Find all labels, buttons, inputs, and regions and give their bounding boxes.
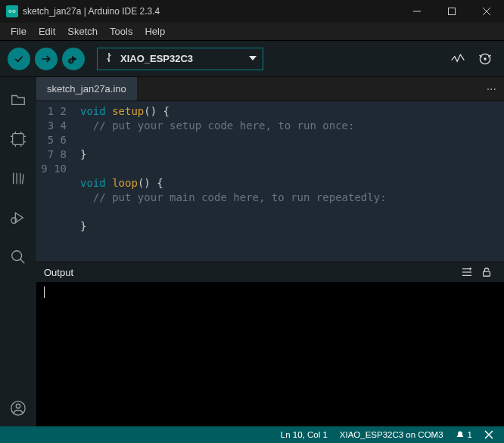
svg-point-7 [108,60,110,62]
boards-manager-icon[interactable] [0,121,36,157]
svg-line-30 [20,259,25,264]
board-name: XIAO_ESP32C3 [120,53,193,64]
serial-plotter-button[interactable] [446,48,469,70]
svg-point-8 [108,53,110,54]
svg-rect-2 [449,8,456,15]
menu-help[interactable]: Help [138,26,171,37]
close-button[interactable] [469,0,504,23]
upload-button[interactable] [35,48,58,70]
svg-point-1 [13,10,15,12]
maximize-button[interactable] [434,0,469,23]
minimize-button[interactable] [400,0,434,23]
tab-overflow-button[interactable]: ··· [487,77,504,101]
debug-button[interactable] [62,48,85,70]
output-lock-icon[interactable] [477,267,496,277]
svg-point-29 [12,251,22,261]
svg-point-6 [70,60,72,61]
status-bar: Ln 10, Col 1 XIAO_ESP32C3 on COM3 1 [0,426,504,443]
menu-edit[interactable]: Edit [33,26,61,37]
svg-rect-37 [484,271,490,276]
account-icon[interactable] [0,390,36,426]
svg-marker-9 [249,56,257,60]
svg-line-26 [23,175,24,184]
notification-count: 1 [468,430,472,439]
verify-button[interactable] [8,48,30,70]
line-gutter: 1 2 3 4 5 6 7 8 9 10 [36,101,74,262]
svg-point-11 [484,57,486,60]
arduino-app-icon [6,5,18,17]
bell-icon [456,430,465,439]
output-options-icon[interactable] [457,267,477,277]
menu-file[interactable]: File [5,26,33,37]
status-cursor-position[interactable]: Ln 10, Col 1 [275,430,334,439]
menu-bar: File Edit Sketch Tools Help [0,23,504,41]
window-title: sketch_jan27a | Arduino IDE 2.3.4 [23,6,160,17]
board-selector[interactable]: XIAO_ESP32C3 [97,48,263,70]
sketchbook-icon[interactable] [0,82,36,118]
output-title: Output [44,267,73,278]
code-editor[interactable]: 1 2 3 4 5 6 7 8 9 10 void setup() { // p… [36,101,504,262]
activity-bar [0,77,36,426]
output-console[interactable] [36,282,504,426]
tab-label: sketch_jan27a.ino [47,83,126,94]
output-panel: Output [36,262,504,426]
tab-sketch[interactable]: sketch_jan27a.ino [36,77,137,101]
status-notifications[interactable]: 1 [450,430,478,439]
status-close-panel[interactable] [478,430,499,439]
search-icon[interactable] [0,239,36,275]
chevron-down-icon [249,53,257,64]
code-content[interactable]: void setup() { // put your setup code he… [74,101,504,262]
menu-sketch[interactable]: Sketch [61,26,104,37]
usb-icon [104,52,114,65]
svg-point-32 [16,404,20,409]
library-manager-icon[interactable] [0,160,36,197]
editor-tabs: sketch_jan27a.ino ··· [36,77,504,101]
status-board-port[interactable]: XIAO_ESP32C3 on COM3 [334,430,450,439]
serial-monitor-button[interactable] [474,48,496,70]
svg-point-28 [11,218,17,223]
title-bar: sketch_jan27a | Arduino IDE 2.3.4 [0,0,504,23]
close-icon [484,430,493,439]
debug-icon[interactable] [0,200,36,236]
menu-tools[interactable]: Tools [104,26,138,37]
svg-rect-14 [13,134,24,145]
toolbar: XIAO_ESP32C3 [0,41,504,77]
svg-point-0 [9,10,11,12]
